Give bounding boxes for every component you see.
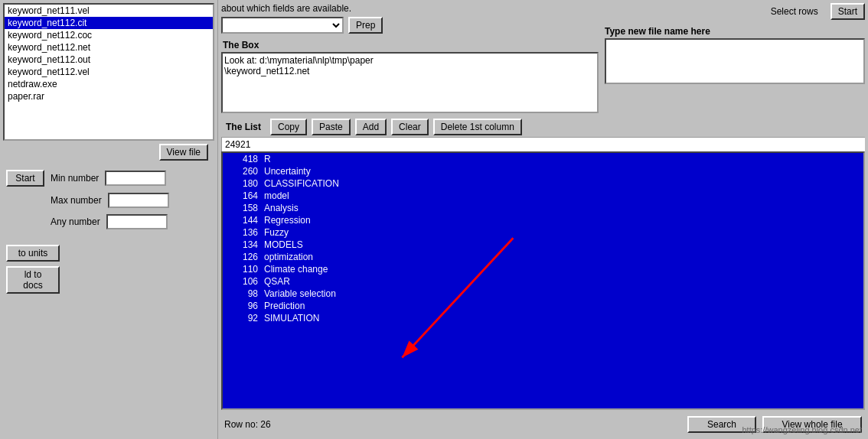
paste-button[interactable]: Paste <box>312 119 351 135</box>
list-row-word: SIMULATION <box>264 313 860 324</box>
list-row-num: 418 <box>226 154 264 164</box>
list-row-word: Regression <box>264 215 860 226</box>
list-row: 136Fuzzy <box>223 226 863 239</box>
list-row: 134MODELS <box>223 239 863 251</box>
add-button[interactable]: Add <box>355 119 387 135</box>
list-row-num: 110 <box>226 264 264 275</box>
list-row: 106QSAR <box>223 275 863 288</box>
list-row-num: 158 <box>226 203 264 213</box>
file-list-item[interactable]: keyword_net111.vel <box>5 5 213 17</box>
list-row-word: QSAR <box>264 276 860 287</box>
list-row: 92SIMULATION <box>223 312 863 324</box>
file-list-item[interactable]: keyword_net112.out <box>5 54 213 66</box>
file-list-item[interactable]: keyword_net112.coc <box>5 29 213 41</box>
list-row: 158Analysis <box>223 202 863 214</box>
list-row: 110Climate change <box>223 263 863 275</box>
box-textarea[interactable]: Look at: d:\mymaterial\nlp\tmp\paper \ke… <box>221 52 599 113</box>
the-box-label: The Box <box>221 38 260 52</box>
start-button-left[interactable]: Start <box>6 170 44 187</box>
file-list-item[interactable]: keyword_net112.cit <box>5 17 213 29</box>
file-list-item[interactable]: keyword_net112.vel <box>5 66 213 78</box>
list-row: 418R <box>223 153 863 165</box>
list-row-word: MODELS <box>264 239 860 250</box>
select-rows-label: Select rows <box>771 6 818 17</box>
list-row: 144Regression <box>223 214 863 226</box>
list-row-num: 136 <box>226 227 264 238</box>
left-panel: keyword_net111.velkeyword_net112.citkeyw… <box>0 0 218 439</box>
list-row: 98Variable selection <box>223 288 863 300</box>
max-number-label: Max number <box>51 195 102 206</box>
list-row: 96Prediction <box>223 300 863 312</box>
min-number-label: Min number <box>51 173 99 184</box>
list-row-num: 106 <box>226 276 264 287</box>
list-row-word: Uncertainty <box>264 166 860 177</box>
list-row-word: Analysis <box>264 203 860 213</box>
list-row-word: Fuzzy <box>264 227 860 238</box>
list-row: 260Uncertainty <box>223 165 863 177</box>
list-row: 164model <box>223 190 863 202</box>
list-area[interactable]: 418R260Uncertainty180CLASSIFICATION164mo… <box>223 153 863 408</box>
any-number-input[interactable] <box>106 214 168 229</box>
file-list-item[interactable]: paper.rar <box>5 90 213 102</box>
list-row-num: 260 <box>226 166 264 177</box>
list-row-word: Variable selection <box>264 288 860 299</box>
list-row-num: 98 <box>226 288 264 299</box>
list-row-num: 164 <box>226 190 264 201</box>
field-dropdown[interactable] <box>221 17 344 34</box>
info-text: about which fields are available. <box>221 3 599 14</box>
list-row-word: CLASSIFICATION <box>264 178 860 189</box>
filename-textarea[interactable] <box>605 38 865 84</box>
list-row: 126optimization <box>223 251 863 263</box>
list-row: 180CLASSIFICATION <box>223 177 863 190</box>
file-list-item[interactable]: netdraw.exe <box>5 78 213 90</box>
start-button-top[interactable]: Start <box>830 3 865 20</box>
file-list[interactable]: keyword_net111.velkeyword_net112.citkeyw… <box>3 3 214 141</box>
list-row-num: 144 <box>226 215 264 226</box>
clear-button[interactable]: Clear <box>391 119 429 135</box>
list-row-num: 96 <box>226 301 264 311</box>
the-list-label: The List <box>221 120 266 134</box>
list-row-word: optimization <box>264 252 860 262</box>
list-section: The List Copy Paste Add Clear Delete 1st… <box>221 119 865 436</box>
min-number-input[interactable] <box>105 171 166 186</box>
add-to-docs-button[interactable]: ld to docs <box>6 266 60 294</box>
view-file-button[interactable]: View file <box>159 144 208 161</box>
to-units-button[interactable]: to units <box>6 245 60 262</box>
any-number-label: Any number <box>51 216 100 227</box>
delete-col-button[interactable]: Delete 1st column <box>433 119 522 135</box>
prep-button[interactable]: Prep <box>348 17 383 34</box>
file-list-item[interactable]: keyword_net112.net <box>5 41 213 54</box>
type-filename-label: Type new file name here <box>605 26 865 37</box>
list-row-word: Climate change <box>264 264 860 275</box>
row-no-label: Row no: 26 <box>224 419 271 430</box>
list-row-word: R <box>264 154 860 164</box>
list-row-word: model <box>264 190 860 201</box>
list-row-num: 134 <box>226 239 264 250</box>
list-row-word: Prediction <box>264 301 860 311</box>
list-row-num: 180 <box>226 178 264 189</box>
max-number-input[interactable] <box>108 193 169 208</box>
list-row-num: 126 <box>226 252 264 262</box>
right-panel: about which fields are available. Prep T… <box>218 0 868 439</box>
list-row-num: 92 <box>226 313 264 324</box>
watermark: https://wangzeling.blog.csdn.net <box>742 425 862 434</box>
list-count: 24921 <box>221 137 865 151</box>
copy-button[interactable]: Copy <box>270 119 307 135</box>
